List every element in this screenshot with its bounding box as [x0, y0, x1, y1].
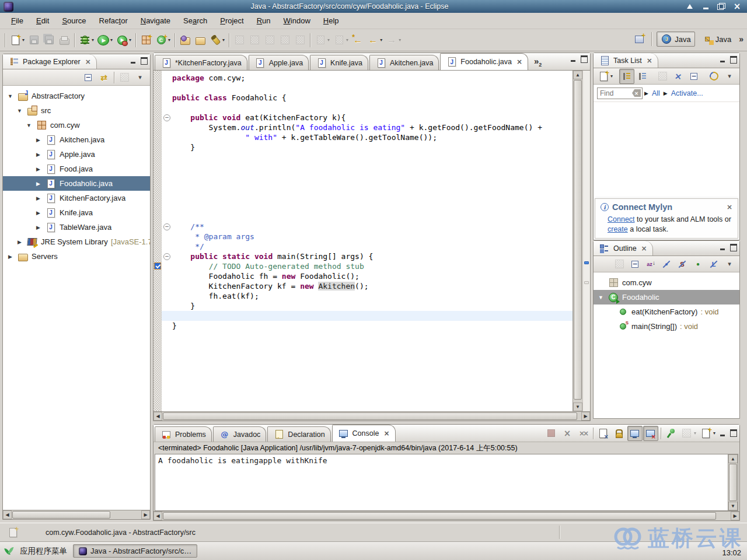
collapsed-arrow-icon[interactable]: ▶	[34, 225, 42, 230]
tab-javadoc[interactable]: Javadoc	[213, 426, 267, 442]
minimize-view-icon[interactable]	[718, 430, 726, 437]
print-button[interactable]	[57, 33, 72, 48]
tab-foodaholic-java[interactable]: Foodaholic.java×	[440, 53, 528, 70]
overview-task-marker[interactable]	[584, 261, 589, 264]
display-console-button[interactable]: ▾	[679, 426, 698, 441]
collapse-all-button[interactable]	[686, 69, 701, 84]
tree-item-kitchenfactory-java[interactable]: ▶KitchenFactory.java	[3, 191, 150, 205]
tab-akitchen-java[interactable]: Akitchen.java	[369, 55, 439, 70]
gray-button[interactable]	[292, 33, 308, 48]
scroll-up-icon[interactable]: ▲	[728, 454, 738, 463]
open-perspective-button[interactable]	[631, 32, 647, 47]
tree-item-servers[interactable]: ▶Servers	[3, 249, 150, 264]
console-output[interactable]: A foodaholic is eatingapple withKnife ▲ …	[155, 454, 738, 511]
menu-source[interactable]: Source	[55, 13, 92, 28]
dropdown-arrow-icon[interactable]: ▾	[92, 37, 94, 43]
connect-link[interactable]: Connect	[608, 215, 635, 223]
menu-project[interactable]: Project	[214, 13, 250, 28]
maximize-view-icon[interactable]	[729, 244, 737, 251]
gray-button[interactable]	[262, 33, 277, 48]
scroll-left-icon[interactable]: ◀	[153, 412, 162, 421]
scrollbar-thumb[interactable]	[163, 512, 716, 520]
close-window-icon[interactable]: ×	[733, 3, 741, 10]
maximize-view-icon[interactable]	[729, 430, 737, 437]
scroll-up-icon[interactable]: ▲	[573, 71, 582, 79]
maximize-window-icon[interactable]	[717, 3, 725, 10]
app-menu-label[interactable]: 应用程序菜单	[20, 546, 67, 556]
tree-item-eat-kitchenfactory[interactable]: eat(KitchenFactory): void	[594, 304, 739, 319]
code-editor[interactable]: package com.cyw;public class Foodaholic …	[153, 71, 590, 411]
dropdown-arrow-icon[interactable]: ▾	[327, 37, 330, 43]
save-button[interactable]	[26, 33, 41, 48]
dropdown-arrow-icon[interactable]: ▾	[22, 37, 25, 43]
collapsed-arrow-icon[interactable]: ▶	[34, 195, 42, 201]
collapsed-arrow-icon[interactable]: ▶	[6, 254, 14, 260]
code-line[interactable]: Foodaholic fh = new Foodaholic();	[162, 271, 573, 281]
code-line[interactable]	[162, 172, 573, 182]
open-console-button[interactable]: ▾	[699, 426, 717, 441]
hide-non-public-members-button[interactable]	[690, 257, 706, 272]
expanded-arrow-icon[interactable]: ▼	[16, 108, 23, 114]
fold-collapse-icon[interactable]	[162, 113, 172, 123]
overview-occurrence-marker[interactable]	[584, 281, 589, 284]
code-line[interactable]	[162, 192, 573, 202]
previous-annotation-button[interactable]: ▾	[331, 33, 350, 48]
perspective-java-button[interactable]: Java	[657, 32, 694, 47]
code-line[interactable]: fh.eat(kf);	[162, 291, 573, 301]
code-line[interactable]: */	[162, 242, 573, 251]
focus-button[interactable]	[612, 257, 627, 272]
tab-problems[interactable]: Problems	[155, 426, 212, 442]
search-button[interactable]: ▾	[208, 33, 226, 48]
terminate-button[interactable]	[544, 426, 559, 441]
code-line[interactable]	[162, 162, 573, 172]
dropdown-arrow-icon[interactable]: ▾	[346, 37, 348, 43]
filter-all-link[interactable]: All	[652, 89, 660, 97]
tab-declaration[interactable]: Declaration	[267, 426, 330, 442]
collapsed-arrow-icon[interactable]: ▶	[16, 239, 23, 245]
menu-help[interactable]: Help	[317, 13, 345, 28]
collapsed-arrow-icon[interactable]: ▶	[34, 166, 42, 172]
link-with-editor-button[interactable]	[96, 70, 111, 85]
scroll-left-icon[interactable]: ◀	[153, 512, 162, 520]
code-line[interactable]: " with" + k.getTableWare().getToolName()…	[162, 132, 573, 142]
console-horizontal-scrollbar[interactable]: ◀ ▶	[153, 511, 739, 520]
dropdown-arrow-icon[interactable]: ▾	[380, 37, 382, 43]
open-resource-button[interactable]	[193, 33, 208, 48]
clear-console-button[interactable]	[596, 426, 611, 441]
show-stdout-button[interactable]	[627, 426, 643, 441]
code-line[interactable]: public static void main(String[] args) {	[162, 251, 573, 261]
close-tab-icon[interactable]: ×	[383, 429, 389, 438]
code-line[interactable]: * @param args	[162, 232, 573, 242]
editor-vertical-scrollbar[interactable]: ▲ ▼	[573, 71, 582, 411]
menu-search[interactable]: Search	[177, 13, 214, 28]
tree-item-foodaholic[interactable]: ▼Foodaholic	[594, 290, 739, 304]
scrollbar-thumb[interactable]	[574, 80, 582, 400]
tree-item-main-string[interactable]: main(String[]): void	[594, 319, 739, 334]
scroll-down-icon[interactable]: ▼	[728, 502, 738, 510]
new-task-button[interactable]: ▾	[596, 69, 615, 84]
activate-task-link[interactable]: Activate...	[671, 89, 703, 97]
close-view-icon[interactable]: ×	[85, 58, 91, 66]
collapse-all-button[interactable]	[81, 70, 96, 85]
maximize-view-icon[interactable]	[729, 56, 737, 63]
close-notification-icon[interactable]: ×	[727, 203, 732, 211]
code-area[interactable]: package com.cyw;public class Foodaholic …	[162, 71, 573, 411]
collapsed-arrow-icon[interactable]: ▶	[34, 137, 42, 143]
collapsed-arrow-icon[interactable]: ▶	[34, 181, 42, 187]
perspective-java-browsing-button[interactable]: Java	[697, 32, 735, 47]
view-menu-button[interactable]	[722, 69, 737, 84]
perspective-overflow-chevron[interactable]: »	[739, 34, 743, 44]
outline-view-tab[interactable]: Outline ×	[594, 241, 653, 256]
scroll-lock-button[interactable]	[612, 426, 627, 441]
tree-item-apple-java[interactable]: ▶Apple.java	[3, 147, 150, 162]
horizontal-scrollbar[interactable]: ◀ ▶	[3, 510, 150, 519]
scrollbar-thumb[interactable]	[12, 511, 110, 519]
categorized-button[interactable]	[619, 69, 634, 84]
view-menu-button[interactable]	[722, 257, 737, 272]
code-line[interactable]	[162, 83, 573, 93]
show-stderr-button[interactable]	[643, 426, 658, 441]
scroll-right-icon[interactable]: ▶	[731, 512, 739, 520]
menu-navigate[interactable]: Navigate	[134, 13, 177, 28]
code-line[interactable]	[162, 103, 573, 113]
scroll-down-icon[interactable]: ▼	[573, 402, 582, 411]
